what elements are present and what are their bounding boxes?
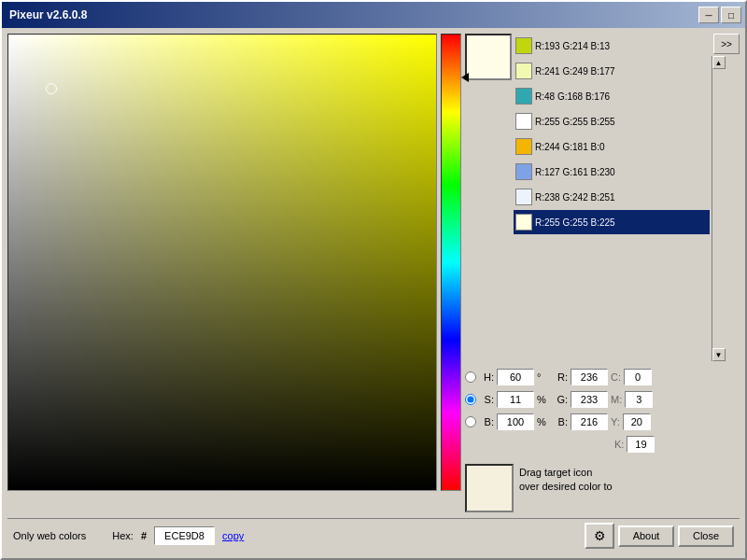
swatch-color	[515, 163, 532, 180]
h-unit: °	[537, 371, 550, 383]
swatches-container: R:193 G:214 B:13R:241 G:249 B:177R:48 G:…	[514, 34, 710, 361]
swatch-label: R:244 G:181 B:0	[535, 142, 605, 152]
web-colors-label: Only web colors	[13, 530, 86, 541]
swatches-list: R:193 G:214 B:13R:241 G:249 B:177R:48 G:…	[514, 34, 710, 361]
r-label: R:	[553, 371, 568, 383]
close-button[interactable]: Close	[678, 525, 734, 547]
main-window: Pixeur v2.6.0.8 ─ □	[0, 0, 747, 560]
drag-target-box[interactable]	[465, 464, 514, 512]
b-rgb-input[interactable]	[571, 413, 608, 430]
swatch-item[interactable]: R:255 G:255 B:225	[514, 210, 710, 234]
window-title: Pixeur v2.6.0.8	[9, 8, 87, 21]
swatch-color	[515, 37, 532, 54]
hue-slider-wrapper	[441, 34, 461, 491]
swatch-item[interactable]: R:193 G:214 B:13	[514, 34, 710, 58]
h-input[interactable]	[497, 369, 534, 385]
hex-label: Hex:	[112, 530, 134, 541]
maximize-button[interactable]: □	[721, 7, 741, 23]
y-label: Y:	[611, 416, 620, 427]
sat-radio[interactable]	[465, 394, 476, 405]
swatch-label: R:127 G:161 B:230	[535, 167, 615, 177]
swatch-color	[515, 214, 532, 231]
copy-link[interactable]: copy	[222, 530, 244, 541]
b-rgb-label: B:	[553, 416, 568, 427]
scroll-down-arrow[interactable]: ▼	[712, 348, 726, 361]
swatch-color	[515, 88, 532, 105]
swatch-label: R:193 G:214 B:13	[535, 41, 610, 51]
hex-input[interactable]	[154, 526, 215, 545]
color-canvas[interactable]	[7, 34, 437, 491]
about-button[interactable]: About	[618, 525, 674, 547]
hue-radio[interactable]	[465, 371, 476, 383]
swatch-label: R:255 G:255 B:255	[535, 117, 615, 127]
titlebar-buttons: ─ □	[698, 7, 741, 23]
h-label: H:	[479, 371, 494, 383]
settings-icon-button[interactable]: ⚙	[585, 523, 614, 549]
k-label: K:	[614, 439, 624, 450]
sat-row: S: % G: M:	[465, 389, 740, 410]
m-label: M:	[611, 394, 622, 405]
b-unit: %	[537, 416, 550, 427]
drag-target-area: Drag target iconover desired color to	[465, 464, 740, 512]
g-input[interactable]	[571, 391, 608, 408]
hue-arrow	[461, 73, 469, 82]
r-input[interactable]	[571, 369, 608, 385]
gear-icon: ⚙	[594, 528, 606, 543]
s-input[interactable]	[497, 391, 534, 408]
hue-slider[interactable]	[441, 34, 461, 491]
swatch-color	[515, 63, 532, 79]
swatch-label: R:48 G:168 B:176	[535, 91, 610, 102]
swatch-color	[515, 138, 532, 155]
swatch-item[interactable]: R:127 G:161 B:230	[514, 160, 710, 184]
s-label: S:	[479, 394, 494, 405]
scroll-up-arrow[interactable]: ▲	[712, 56, 726, 69]
k-input[interactable]	[627, 436, 655, 453]
s-unit: %	[537, 394, 550, 405]
drag-target-text: Drag target iconover desired color to	[519, 464, 613, 495]
bottom-bar: Only web colors Hex: # copy ⚙ About Clos…	[7, 518, 740, 553]
swatch-label: R:241 G:249 B:177	[535, 66, 615, 77]
swatch-item[interactable]: R:238 G:242 B:251	[514, 185, 710, 209]
main-area: R:193 G:214 B:13R:241 G:249 B:177R:48 G:…	[7, 34, 740, 512]
swatches-scrollbar: ▲ ▼	[712, 56, 725, 361]
minimize-button[interactable]: ─	[698, 7, 719, 23]
selected-color-box	[465, 34, 512, 80]
color-inputs: H: ° R: C: S: % G:	[465, 367, 740, 455]
swatches-area: R:193 G:214 B:13R:241 G:249 B:177R:48 G:…	[465, 34, 740, 361]
swatch-item[interactable]: R:241 G:249 B:177	[514, 59, 710, 83]
b-label: B:	[479, 416, 494, 427]
swatch-item[interactable]: R:244 G:181 B:0	[514, 134, 710, 159]
swatch-item[interactable]: R:48 G:168 B:176	[514, 84, 710, 108]
swatch-label: R:238 G:242 B:251	[535, 192, 615, 203]
hue-row: H: ° R: C:	[465, 367, 740, 387]
swatch-color	[515, 189, 532, 205]
g-label: G:	[553, 394, 568, 405]
bright-radio[interactable]	[465, 416, 476, 427]
titlebar: Pixeur v2.6.0.8 ─ □	[2, 2, 745, 28]
hex-hash: #	[141, 530, 147, 541]
y-input[interactable]	[623, 413, 651, 430]
swatch-color	[515, 113, 532, 130]
k-row: K:	[465, 434, 740, 455]
color-gradient-canvas[interactable]	[8, 35, 436, 490]
b-input[interactable]	[497, 413, 534, 430]
bright-row: B: % B: Y:	[465, 412, 740, 432]
expand-button[interactable]: >>	[713, 34, 740, 54]
c-input[interactable]	[624, 369, 652, 385]
c-label: C:	[611, 371, 621, 383]
swatch-label: R:255 G:255 B:225	[535, 217, 615, 228]
bottom-buttons: ⚙ About Close	[585, 523, 734, 549]
content-area: R:193 G:214 B:13R:241 G:249 B:177R:48 G:…	[2, 28, 745, 558]
swatch-item[interactable]: R:255 G:255 B:255	[514, 109, 710, 133]
right-panel: R:193 G:214 B:13R:241 G:249 B:177R:48 G:…	[465, 34, 740, 512]
m-input[interactable]	[625, 391, 653, 408]
color-canvas-wrapper	[7, 34, 437, 491]
